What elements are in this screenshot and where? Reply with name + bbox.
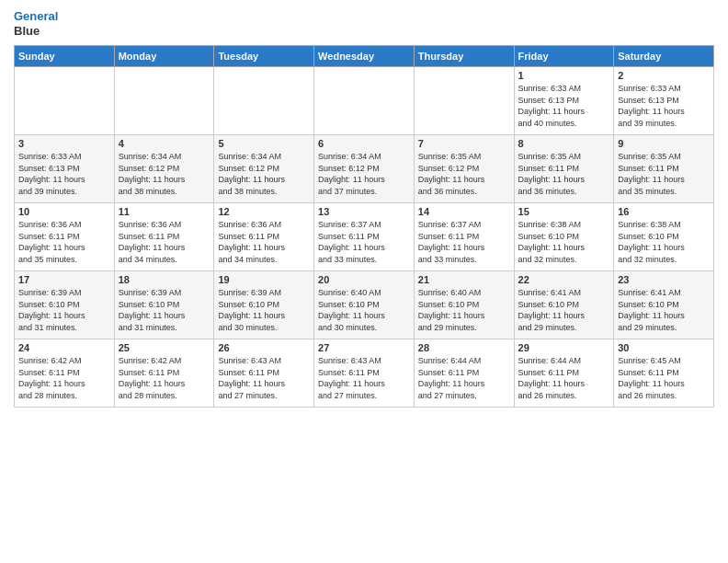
calendar-cell xyxy=(214,67,314,135)
day-info: Sunrise: 6:34 AM Sunset: 6:12 PM Dayligh… xyxy=(119,151,210,197)
day-info: Sunrise: 6:38 AM Sunset: 6:10 PM Dayligh… xyxy=(618,219,710,265)
day-info: Sunrise: 6:42 AM Sunset: 6:11 PM Dayligh… xyxy=(119,355,210,401)
calendar-cell: 21Sunrise: 6:40 AM Sunset: 6:10 PM Dayli… xyxy=(414,271,514,339)
calendar-cell: 5Sunrise: 6:34 AM Sunset: 6:12 PM Daylig… xyxy=(214,135,314,203)
calendar-cell: 22Sunrise: 6:41 AM Sunset: 6:10 PM Dayli… xyxy=(514,271,614,339)
day-number: 29 xyxy=(518,342,610,353)
calendar-cell: 28Sunrise: 6:44 AM Sunset: 6:11 PM Dayli… xyxy=(414,339,514,408)
day-info: Sunrise: 6:36 AM Sunset: 6:11 PM Dayligh… xyxy=(119,219,210,265)
header-cell-saturday: Saturday xyxy=(614,46,714,67)
calendar-cell: 19Sunrise: 6:39 AM Sunset: 6:10 PM Dayli… xyxy=(214,271,314,339)
calendar-cell: 23Sunrise: 6:41 AM Sunset: 6:10 PM Dayli… xyxy=(614,271,714,339)
calendar-cell: 29Sunrise: 6:44 AM Sunset: 6:11 PM Dayli… xyxy=(514,339,614,408)
calendar-cell: 17Sunrise: 6:39 AM Sunset: 6:10 PM Dayli… xyxy=(15,271,115,339)
day-number: 4 xyxy=(119,138,210,149)
calendar-cell: 13Sunrise: 6:37 AM Sunset: 6:11 PM Dayli… xyxy=(314,203,415,271)
day-info: Sunrise: 6:34 AM Sunset: 6:12 PM Dayligh… xyxy=(318,151,410,197)
week-row-5: 24Sunrise: 6:42 AM Sunset: 6:11 PM Dayli… xyxy=(15,339,714,408)
day-info: Sunrise: 6:39 AM Sunset: 6:10 PM Dayligh… xyxy=(119,287,210,333)
day-number: 12 xyxy=(218,206,310,217)
calendar-cell: 12Sunrise: 6:36 AM Sunset: 6:11 PM Dayli… xyxy=(214,203,314,271)
day-info: Sunrise: 6:37 AM Sunset: 6:11 PM Dayligh… xyxy=(418,219,510,265)
calendar-cell: 10Sunrise: 6:36 AM Sunset: 6:11 PM Dayli… xyxy=(15,203,115,271)
day-number: 15 xyxy=(518,206,610,217)
calendar-cell: 16Sunrise: 6:38 AM Sunset: 6:10 PM Dayli… xyxy=(614,203,714,271)
calendar-cell: 6Sunrise: 6:34 AM Sunset: 6:12 PM Daylig… xyxy=(314,135,415,203)
header-cell-monday: Monday xyxy=(114,46,214,67)
day-info: Sunrise: 6:44 AM Sunset: 6:11 PM Dayligh… xyxy=(518,355,610,401)
calendar-cell: 30Sunrise: 6:45 AM Sunset: 6:11 PM Dayli… xyxy=(614,339,714,408)
day-info: Sunrise: 6:33 AM Sunset: 6:13 PM Dayligh… xyxy=(518,83,610,129)
day-info: Sunrise: 6:43 AM Sunset: 6:11 PM Dayligh… xyxy=(218,355,310,401)
day-info: Sunrise: 6:41 AM Sunset: 6:10 PM Dayligh… xyxy=(618,287,710,333)
day-number: 5 xyxy=(218,138,310,149)
day-info: Sunrise: 6:33 AM Sunset: 6:13 PM Dayligh… xyxy=(18,151,110,197)
day-number: 2 xyxy=(618,70,710,81)
calendar-cell: 3Sunrise: 6:33 AM Sunset: 6:13 PM Daylig… xyxy=(15,135,115,203)
week-row-1: 1Sunrise: 6:33 AM Sunset: 6:13 PM Daylig… xyxy=(15,67,714,135)
calendar-cell xyxy=(114,67,214,135)
day-info: Sunrise: 6:44 AM Sunset: 6:11 PM Dayligh… xyxy=(418,355,510,401)
header-cell-sunday: Sunday xyxy=(15,46,115,67)
day-info: Sunrise: 6:33 AM Sunset: 6:13 PM Dayligh… xyxy=(618,83,710,129)
calendar-table: SundayMondayTuesdayWednesdayThursdayFrid… xyxy=(14,45,714,408)
header-cell-tuesday: Tuesday xyxy=(214,46,314,67)
day-number: 30 xyxy=(618,342,710,353)
day-number: 6 xyxy=(318,138,410,149)
calendar-cell: 4Sunrise: 6:34 AM Sunset: 6:12 PM Daylig… xyxy=(114,135,214,203)
day-info: Sunrise: 6:40 AM Sunset: 6:10 PM Dayligh… xyxy=(418,287,510,333)
calendar-cell: 18Sunrise: 6:39 AM Sunset: 6:10 PM Dayli… xyxy=(114,271,214,339)
day-number: 28 xyxy=(418,342,510,353)
page-header: General Blue GeneralBlue xyxy=(14,9,714,38)
logo: General Blue GeneralBlue xyxy=(14,9,58,38)
calendar-cell: 1Sunrise: 6:33 AM Sunset: 6:13 PM Daylig… xyxy=(514,67,614,135)
calendar-cell: 11Sunrise: 6:36 AM Sunset: 6:11 PM Dayli… xyxy=(114,203,214,271)
day-info: Sunrise: 6:39 AM Sunset: 6:10 PM Dayligh… xyxy=(18,287,110,333)
page-container: General Blue GeneralBlue SundayMondayTue… xyxy=(0,0,728,417)
calendar-cell: 20Sunrise: 6:40 AM Sunset: 6:10 PM Dayli… xyxy=(314,271,415,339)
header-row: SundayMondayTuesdayWednesdayThursdayFrid… xyxy=(15,46,714,67)
day-number: 3 xyxy=(18,138,110,149)
day-number: 13 xyxy=(318,206,410,217)
day-number: 26 xyxy=(218,342,310,353)
day-info: Sunrise: 6:40 AM Sunset: 6:10 PM Dayligh… xyxy=(318,287,410,333)
calendar-cell: 25Sunrise: 6:42 AM Sunset: 6:11 PM Dayli… xyxy=(114,339,214,408)
calendar-cell: 8Sunrise: 6:35 AM Sunset: 6:11 PM Daylig… xyxy=(514,135,614,203)
day-info: Sunrise: 6:36 AM Sunset: 6:11 PM Dayligh… xyxy=(218,219,310,265)
calendar-cell: 15Sunrise: 6:38 AM Sunset: 6:10 PM Dayli… xyxy=(514,203,614,271)
day-number: 14 xyxy=(418,206,510,217)
day-info: Sunrise: 6:42 AM Sunset: 6:11 PM Dayligh… xyxy=(18,355,110,401)
day-number: 17 xyxy=(18,274,110,285)
week-row-4: 17Sunrise: 6:39 AM Sunset: 6:10 PM Dayli… xyxy=(15,271,714,339)
day-number: 23 xyxy=(618,274,710,285)
day-number: 11 xyxy=(119,206,210,217)
day-info: Sunrise: 6:39 AM Sunset: 6:10 PM Dayligh… xyxy=(218,287,310,333)
day-number: 16 xyxy=(618,206,710,217)
calendar-cell: 7Sunrise: 6:35 AM Sunset: 6:12 PM Daylig… xyxy=(414,135,514,203)
day-number: 10 xyxy=(18,206,110,217)
day-number: 20 xyxy=(318,274,410,285)
logo-text: GeneralBlue xyxy=(14,9,58,38)
day-info: Sunrise: 6:36 AM Sunset: 6:11 PM Dayligh… xyxy=(18,219,110,265)
calendar-cell: 14Sunrise: 6:37 AM Sunset: 6:11 PM Dayli… xyxy=(414,203,514,271)
day-number: 24 xyxy=(18,342,110,353)
day-number: 8 xyxy=(518,138,610,149)
day-number: 22 xyxy=(518,274,610,285)
calendar-cell: 9Sunrise: 6:35 AM Sunset: 6:11 PM Daylig… xyxy=(614,135,714,203)
calendar-cell: 24Sunrise: 6:42 AM Sunset: 6:11 PM Dayli… xyxy=(15,339,115,408)
week-row-2: 3Sunrise: 6:33 AM Sunset: 6:13 PM Daylig… xyxy=(15,135,714,203)
header-cell-wednesday: Wednesday xyxy=(314,46,415,67)
calendar-cell: 26Sunrise: 6:43 AM Sunset: 6:11 PM Dayli… xyxy=(214,339,314,408)
calendar-cell xyxy=(414,67,514,135)
calendar-cell: 2Sunrise: 6:33 AM Sunset: 6:13 PM Daylig… xyxy=(614,67,714,135)
day-number: 19 xyxy=(218,274,310,285)
calendar-cell xyxy=(314,67,415,135)
day-number: 25 xyxy=(119,342,210,353)
day-info: Sunrise: 6:35 AM Sunset: 6:11 PM Dayligh… xyxy=(618,151,710,197)
day-number: 21 xyxy=(418,274,510,285)
header-cell-thursday: Thursday xyxy=(414,46,514,67)
day-number: 18 xyxy=(119,274,210,285)
calendar-cell: 27Sunrise: 6:43 AM Sunset: 6:11 PM Dayli… xyxy=(314,339,415,408)
day-number: 9 xyxy=(618,138,710,149)
day-number: 1 xyxy=(518,70,610,81)
